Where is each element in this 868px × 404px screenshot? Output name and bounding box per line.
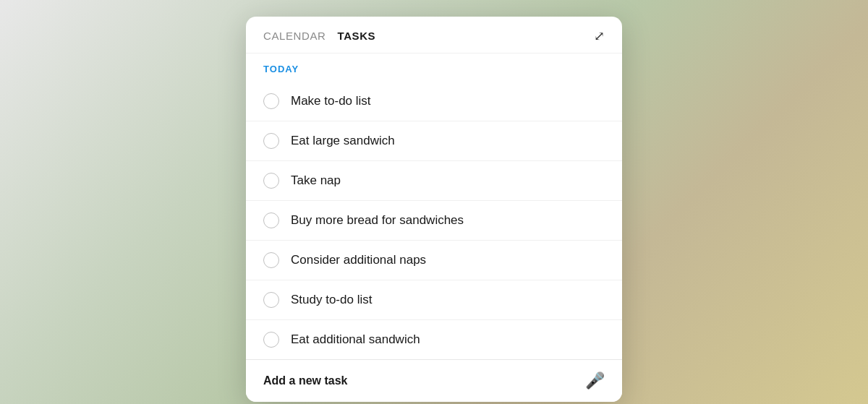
expand-icon[interactable]: ⤢ [594, 30, 605, 43]
task-text: Study to-do list [291, 292, 372, 308]
task-checkbox[interactable] [263, 173, 279, 189]
card-header: CALENDAR TASKS ⤢ [246, 17, 622, 53]
mic-icon[interactable]: 🎤 [585, 371, 605, 390]
task-checkbox[interactable] [263, 212, 279, 228]
task-list: Make to-do listEat large sandwichTake na… [246, 82, 622, 360]
header-tabs: CALENDAR TASKS [263, 30, 375, 42]
task-text: Eat additional sandwich [291, 332, 420, 348]
task-item[interactable]: Study to-do list [246, 280, 622, 319]
tab-tasks[interactable]: TASKS [338, 30, 376, 42]
task-text: Eat large sandwich [291, 133, 395, 149]
task-card: CALENDAR TASKS ⤢ TODAY Make to-do listEa… [246, 17, 622, 403]
task-text: Buy more bread for sandwiches [291, 212, 464, 228]
task-item[interactable]: Buy more bread for sandwiches [246, 200, 622, 240]
today-section-label: TODAY [246, 53, 622, 82]
add-task-label[interactable]: Add a new task [263, 374, 347, 387]
task-item[interactable]: Consider additional naps [246, 240, 622, 280]
task-text: Consider additional naps [291, 252, 426, 268]
task-checkbox[interactable] [263, 133, 279, 149]
task-item[interactable]: Make to-do list [246, 82, 622, 121]
task-checkbox[interactable] [263, 252, 279, 268]
task-checkbox[interactable] [263, 292, 279, 308]
task-item[interactable]: Eat additional sandwich [246, 319, 622, 359]
task-item[interactable]: Eat large sandwich [246, 121, 622, 160]
task-text: Make to-do list [291, 93, 371, 109]
task-text: Take nap [291, 173, 341, 189]
add-task-bar: Add a new task 🎤 [246, 359, 622, 402]
task-checkbox[interactable] [263, 332, 279, 348]
task-item[interactable]: Take nap [246, 160, 622, 200]
tab-calendar[interactable]: CALENDAR [263, 30, 326, 42]
task-checkbox[interactable] [263, 93, 279, 109]
